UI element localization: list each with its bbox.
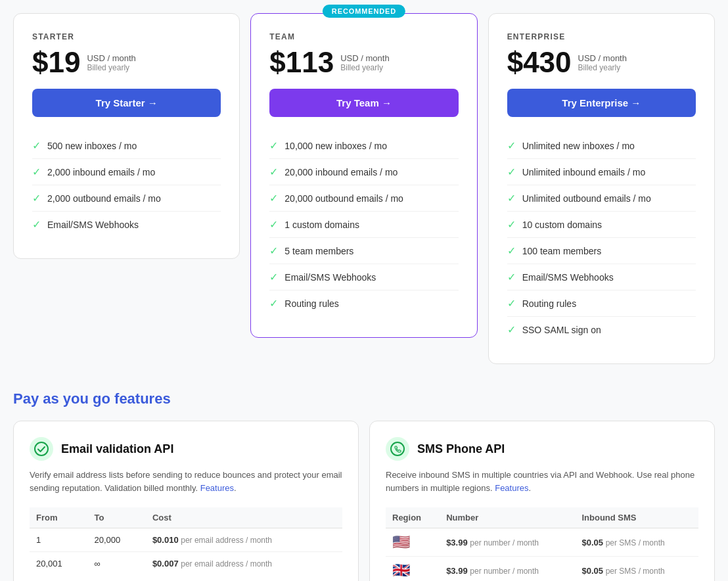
feature-item: ✓ Unlimited inbound emails / mo bbox=[507, 159, 696, 185]
check-icon: ✓ bbox=[269, 271, 278, 283]
payg-card-sms-phone: SMS Phone API Receive inbound SMS in mul… bbox=[369, 421, 715, 581]
feature-text: 1 custom domains bbox=[284, 220, 359, 230]
table-header: Number bbox=[440, 507, 575, 528]
feature-item: ✓ Email/SMS Webhooks bbox=[269, 264, 458, 290]
feature-text: SSO SAML sign on bbox=[522, 325, 601, 335]
number-cell: $3.99 per number / month bbox=[440, 528, 575, 557]
feature-text: Unlimited inbound emails / mo bbox=[522, 167, 646, 177]
feature-text: 10 custom domains bbox=[522, 220, 602, 230]
price-period-starter: USD / month bbox=[87, 53, 135, 63]
table-row: 🇺🇸 $3.99 per number / month $0.05 per SM… bbox=[386, 528, 698, 557]
feature-item: ✓ 20,000 inbound emails / mo bbox=[269, 159, 458, 185]
flag-cell: 🇬🇧 bbox=[386, 557, 440, 582]
to-cell: ∞ bbox=[87, 552, 145, 576]
price-meta-starter: USD / month Billed yearly bbox=[87, 53, 135, 72]
payg-section-title: Pay as you go features bbox=[13, 390, 715, 407]
table-row: 20,001 ∞ $0.007 per email address / mont… bbox=[30, 552, 342, 576]
feature-text: Routing rules bbox=[284, 298, 339, 309]
pricing-card-starter: STARTER $19 USD / month Billed yearly Tr… bbox=[13, 13, 240, 259]
cta-button-starter[interactable]: Try Starter → bbox=[32, 89, 221, 117]
from-cell: 20,001 bbox=[30, 552, 87, 576]
feature-text: 20,000 inbound emails / mo bbox=[284, 167, 398, 177]
payg-card-header: Email validation API bbox=[30, 437, 342, 461]
price-meta-team: USD / month Billed yearly bbox=[340, 53, 389, 72]
feature-item: ✓ 20,000 outbound emails / mo bbox=[269, 185, 458, 212]
features-link-sms[interactable]: Features bbox=[495, 483, 528, 493]
payg-card-header: SMS Phone API bbox=[386, 437, 698, 461]
check-icon: ✓ bbox=[32, 166, 41, 178]
feature-text: Routing rules bbox=[522, 298, 577, 309]
feature-item: ✓ Routing rules bbox=[269, 290, 458, 316]
price-row-team: $113 USD / month Billed yearly bbox=[269, 48, 458, 77]
price-row-starter: $19 USD / month Billed yearly bbox=[32, 48, 221, 77]
features-list-team: ✓ 10,000 new inboxes / mo ✓ 20,000 inbou… bbox=[269, 133, 458, 316]
recommended-badge: RECOMMENDED bbox=[323, 5, 405, 18]
feature-text: Unlimited outbound emails / mo bbox=[522, 193, 651, 204]
payg-section: Pay as you go features Email validation … bbox=[13, 390, 715, 581]
check-icon: ✓ bbox=[269, 244, 278, 257]
feature-item: ✓ Unlimited new inboxes / mo bbox=[507, 133, 696, 159]
feature-text: 2,000 outbound emails / mo bbox=[47, 193, 161, 204]
table-header: Inbound SMS bbox=[575, 507, 698, 528]
feature-text: 10,000 new inboxes / mo bbox=[284, 141, 387, 151]
feature-item: ✓ 2,000 outbound emails / mo bbox=[32, 185, 221, 212]
feature-text: Email/SMS Webhooks bbox=[47, 220, 139, 230]
check-icon: ✓ bbox=[507, 192, 516, 204]
feature-item: ✓ 500 new inboxes / mo bbox=[32, 133, 221, 159]
feature-item: ✓ 10 custom domains bbox=[507, 212, 696, 238]
sms-cell: $0.05 per SMS / month bbox=[575, 557, 698, 582]
check-icon: ✓ bbox=[269, 218, 278, 231]
price-period-team: USD / month bbox=[340, 53, 389, 63]
payg-card-title-email: Email validation API bbox=[61, 442, 173, 456]
table-row: 1 20,000 $0.010 per email address / mont… bbox=[30, 528, 342, 552]
plan-name-starter: STARTER bbox=[32, 32, 221, 41]
plan-name-team: TEAM bbox=[269, 32, 458, 41]
pricing-cards-container: STARTER $19 USD / month Billed yearly Tr… bbox=[13, 13, 715, 364]
cta-button-enterprise[interactable]: Try Enterprise → bbox=[507, 89, 696, 117]
features-link-email[interactable]: Features bbox=[200, 483, 234, 493]
table-header: From bbox=[30, 507, 87, 528]
svg-point-0 bbox=[35, 442, 48, 455]
check-icon: ✓ bbox=[507, 323, 516, 336]
feature-text: 500 new inboxes / mo bbox=[47, 141, 137, 151]
feature-text: Email/SMS Webhooks bbox=[284, 272, 376, 283]
check-icon: ✓ bbox=[269, 192, 278, 204]
check-icon: ✓ bbox=[269, 139, 278, 152]
check-icon: ✓ bbox=[507, 244, 516, 257]
feature-item: ✓ Unlimited outbound emails / mo bbox=[507, 185, 696, 212]
payg-cards-container: Email validation API Verify email addres… bbox=[13, 421, 715, 581]
price-amount-starter: $19 bbox=[32, 48, 80, 77]
payg-card-title-sms: SMS Phone API bbox=[417, 442, 505, 456]
cta-button-team[interactable]: Try Team → bbox=[269, 89, 458, 117]
feature-item: ✓ Email/SMS Webhooks bbox=[32, 212, 221, 237]
feature-item: ✓ Email/SMS Webhooks bbox=[507, 264, 696, 290]
table-row: 🇬🇧 $3.99 per number / month $0.05 per SM… bbox=[386, 557, 698, 582]
feature-item: ✓ 2,000 inbound emails / mo bbox=[32, 159, 221, 185]
check-icon: ✓ bbox=[507, 166, 516, 178]
check-icon: ✓ bbox=[32, 139, 41, 152]
price-row-enterprise: $430 USD / month Billed yearly bbox=[507, 48, 696, 77]
sms-phone-table: RegionNumberInbound SMS 🇺🇸 $3.99 per num… bbox=[386, 507, 698, 581]
feature-item: ✓ Routing rules bbox=[507, 290, 696, 317]
check-icon: ✓ bbox=[32, 192, 41, 204]
features-list-enterprise: ✓ Unlimited new inboxes / mo ✓ Unlimited… bbox=[507, 133, 696, 342]
check-icon: ✓ bbox=[507, 218, 516, 231]
check-icon: ✓ bbox=[507, 297, 516, 310]
email-validation-icon bbox=[30, 437, 53, 461]
check-icon: ✓ bbox=[507, 139, 516, 152]
payg-card-email-validation: Email validation API Verify email addres… bbox=[13, 421, 359, 581]
pricing-card-enterprise: ENTERPRISE $430 USD / month Billed yearl… bbox=[488, 13, 715, 364]
feature-item: ✓ 5 team members bbox=[269, 238, 458, 264]
cost-cell: $0.007 per email address / month bbox=[146, 552, 342, 576]
to-cell: 20,000 bbox=[87, 528, 145, 552]
payg-description-email: Verify email address lists before sendin… bbox=[30, 469, 342, 494]
sms-cell: $0.05 per SMS / month bbox=[575, 528, 698, 557]
check-icon: ✓ bbox=[32, 218, 41, 231]
payg-description-sms: Receive inbound SMS in multiple countrie… bbox=[386, 469, 698, 494]
flag-cell: 🇺🇸 bbox=[386, 528, 440, 557]
check-icon: ✓ bbox=[507, 271, 516, 283]
svg-point-1 bbox=[391, 442, 404, 455]
number-cell: $3.99 per number / month bbox=[440, 557, 575, 582]
features-list-starter: ✓ 500 new inboxes / mo ✓ 2,000 inbound e… bbox=[32, 133, 221, 237]
plan-name-enterprise: ENTERPRISE bbox=[507, 32, 696, 41]
